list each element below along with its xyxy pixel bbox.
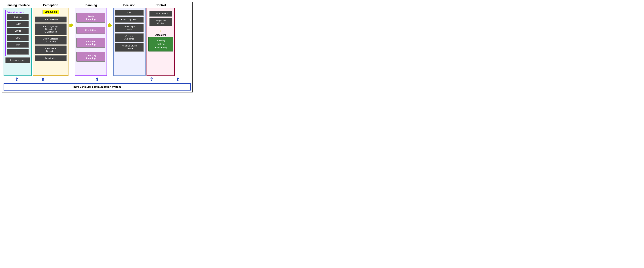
traffic-sign-detection: Traffic Sign/LightDetection &Classificat… xyxy=(35,24,67,35)
col-planning: Planning RoutePlanning ↓ Prediction ↕ Be… xyxy=(75,4,107,76)
control-header: Control xyxy=(156,4,166,7)
localization: Localization xyxy=(35,55,67,61)
blue-arrow-perception: ⇕ xyxy=(41,77,45,82)
actuators-box: SteeringBrakingAccelerating xyxy=(148,37,173,52)
lateral-control: Lateral Control xyxy=(149,11,172,17)
arrow-head1 xyxy=(71,23,74,28)
trajectory-planning: TrajectoryPlanning xyxy=(76,52,105,62)
object-detection: Object Detection& Tracking xyxy=(35,36,67,45)
lane-detection: Lane Detection xyxy=(35,16,67,22)
collision-avoidance: CollisionAvoidance xyxy=(115,33,144,42)
blue-arrow-control: ⇕ xyxy=(176,77,180,82)
sensor-radar: Radar xyxy=(7,21,29,27)
sensor-v2x: V2X xyxy=(7,49,29,55)
control-inner: Lateral Control LongitudinalControl xyxy=(148,10,173,27)
sensor-gps: GPS xyxy=(7,35,29,41)
arrow-head2 xyxy=(109,23,112,28)
arrow-shaft1 xyxy=(70,24,71,27)
blue-arrow-sensing: ⇕ xyxy=(15,77,18,82)
col-control: Control Lateral Control LongitudinalCont… xyxy=(146,4,175,76)
internal-sensors: Internal sensors xyxy=(5,57,30,63)
columns-row: Sensing Interface External sensors Camer… xyxy=(4,4,191,76)
decision-header: Decision xyxy=(123,4,135,7)
external-sensors-label: External sensors xyxy=(7,11,29,14)
main-diagram: Sensing Interface External sensors Camer… xyxy=(2,2,193,92)
sensor-camera: Camera xyxy=(7,14,29,20)
decision-body: ABS Lane Keep Assist Traffic SignAssist … xyxy=(113,8,146,76)
sensing-body: External sensors Camera Radar LiDAR GPS … xyxy=(4,8,32,76)
perception-header: Perception xyxy=(43,4,58,7)
col-perception: Perception Data fusion Lane Detection Tr… xyxy=(33,4,68,76)
external-sensors-box: External sensors Camera Radar LiDAR GPS … xyxy=(5,10,30,56)
arrow-double1: ↕ xyxy=(76,35,105,38)
longitudinal-control: LongitudinalControl xyxy=(149,18,172,26)
blue-arrow-planning: ⇕ xyxy=(95,77,99,82)
prediction: Prediction xyxy=(76,27,105,34)
yellow-arrow-down: ↓ xyxy=(160,28,162,33)
sensing-header: Sensing Interface xyxy=(6,4,30,7)
actuators-label: Actuators xyxy=(148,34,173,36)
lane-keep-assist: Lane Keep Assist xyxy=(115,17,144,23)
sensor-imu: IMU xyxy=(7,42,29,48)
free-space: Free SpaceDetection xyxy=(35,46,67,54)
abs: ABS xyxy=(115,10,144,16)
adaptive-cruise: Adaptive CruiseControl xyxy=(115,43,144,52)
planning-header: Planning xyxy=(85,4,97,7)
route-planning: RoutePlanning xyxy=(76,13,105,23)
behavior-planning: BehaviorPlanning xyxy=(76,38,105,48)
col-decision: Decision ABS Lane Keep Assist Traffic Si… xyxy=(113,4,146,76)
blue-arrow-decision: ⇕ xyxy=(150,77,153,82)
col-sensing: Sensing Interface External sensors Camer… xyxy=(4,4,32,76)
arrow-down1: ↓ xyxy=(76,24,105,26)
sensor-lidar: LiDAR xyxy=(7,28,29,34)
blue-arrows-row: ⇕ ⇕ ⇕ ⇕ ⇕ xyxy=(4,77,191,82)
arrow-planning xyxy=(70,4,74,28)
data-fusion-label: Data fusion xyxy=(42,10,59,14)
control-body: Lateral Control LongitudinalControl ↓ Ac… xyxy=(146,8,175,76)
arrow-shaft2 xyxy=(108,24,109,27)
arrow-down2: ↓ xyxy=(76,49,105,52)
planning-body: RoutePlanning ↓ Prediction ↕ BehaviorPla… xyxy=(75,8,107,76)
traffic-sign-assist: Traffic SignAssist xyxy=(115,24,144,32)
perception-body: Data fusion Lane Detection Traffic Sign/… xyxy=(33,8,68,76)
comm-bar: Intra-vehicular communication system xyxy=(4,84,191,90)
arrow-decision xyxy=(108,4,112,28)
